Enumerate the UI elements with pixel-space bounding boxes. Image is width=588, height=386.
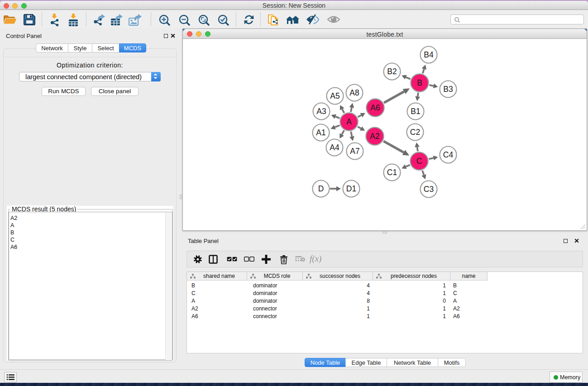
- svg-text:A2: A2: [370, 132, 379, 141]
- svg-text:A4: A4: [330, 143, 339, 152]
- svg-text:C3: C3: [424, 185, 434, 194]
- svg-text:B4: B4: [424, 50, 434, 59]
- svg-text:B2: B2: [387, 67, 397, 76]
- svg-text:C1: C1: [387, 168, 397, 177]
- svg-text:A7: A7: [350, 147, 359, 156]
- svg-text:D1: D1: [346, 184, 356, 193]
- svg-text:C: C: [416, 157, 422, 166]
- svg-text:C4: C4: [443, 150, 454, 159]
- svg-text:A1: A1: [316, 128, 325, 137]
- svg-text:A: A: [346, 117, 352, 126]
- svg-text:A5: A5: [330, 91, 339, 100]
- svg-text:B: B: [417, 78, 422, 87]
- svg-text:C2: C2: [410, 128, 420, 137]
- svg-text:D: D: [318, 184, 324, 193]
- svg-text:B3: B3: [443, 85, 453, 94]
- svg-text:A6: A6: [370, 103, 380, 112]
- svg-text:A8: A8: [349, 88, 359, 97]
- svg-text:B1: B1: [411, 107, 420, 116]
- svg-text:A3: A3: [316, 107, 326, 116]
